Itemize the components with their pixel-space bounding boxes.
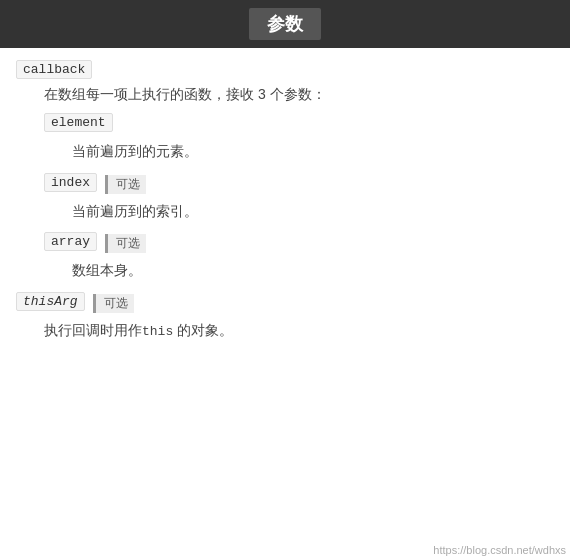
param-desc-thisarg: 执行回调时用作this 的对象。 [16, 319, 554, 343]
param-desc-callback: 在数组每一项上执行的函数，接收 3 个参数： [16, 83, 554, 105]
param-block-callback: callback 在数组每一项上执行的函数，接收 3 个参数： element … [16, 60, 554, 282]
sub-param-desc-element: 当前遍历到的元素。 [44, 140, 554, 162]
content-area: callback 在数组每一项上执行的函数，接收 3 个参数： element … [0, 48, 570, 366]
page-header: 参数 [0, 0, 570, 48]
param-name-callback: callback [16, 60, 554, 83]
sub-param-name-row-array: array 可选 [44, 232, 554, 255]
param-block-thisarg: thisArg 可选 执行回调时用作this 的对象。 [16, 292, 554, 343]
page-title: 参数 [249, 8, 321, 40]
sub-param-block-array: array 可选 数组本身。 [16, 232, 554, 281]
sub-param-block-index: index 可选 当前遍历到的索引。 [16, 173, 554, 222]
sub-param-block-element: element 当前遍历到的元素。 [16, 113, 554, 162]
watermark: https://blog.csdn.net/wdhxs [433, 544, 566, 556]
sub-param-desc-index: 当前遍历到的索引。 [44, 200, 554, 222]
sub-param-name-row-index: index 可选 [44, 173, 554, 196]
sub-param-name-row-element: element [44, 113, 554, 136]
sub-param-desc-array: 数组本身。 [44, 259, 554, 281]
param-name-row-thisarg: thisArg 可选 [16, 292, 554, 315]
